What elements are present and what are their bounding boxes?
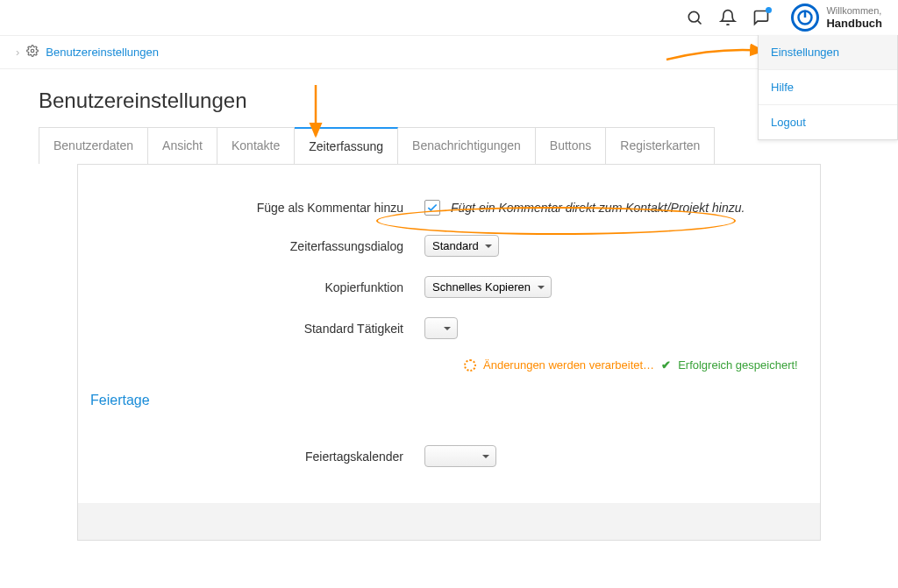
svg-point-0 [689, 11, 700, 22]
label-activity: Standard Tätigkeit [78, 322, 424, 336]
check-icon: ✔ [661, 358, 671, 372]
tab-benachrichtigungen[interactable]: Benachrichtigungen [398, 128, 536, 164]
chat-notification-dot [766, 7, 772, 13]
status-saved: Erfolgreich gespeichert! [678, 358, 798, 372]
avatar [791, 4, 819, 32]
menu-item-help[interactable]: Hilfe [759, 70, 897, 105]
label-holiday-calendar: Feiertagskalender [78, 450, 424, 464]
tab-registerkarten[interactable]: Registerkarten [606, 128, 714, 164]
section-feiertage: Feiertage [78, 387, 820, 422]
label-dialog: Zeiterfassungsdialog [78, 239, 424, 253]
menu-item-logout[interactable]: Logout [759, 105, 897, 139]
gear-icon [26, 45, 39, 60]
select-copy[interactable]: Schnelles Kopieren [424, 276, 552, 298]
label-copy: Kopierfunktion [78, 280, 424, 294]
welcome-label: Willkommen, [826, 5, 882, 17]
status-processing: Änderungen werden verarbeitet… [483, 358, 654, 372]
hint-add-as-comment: Fügt ein Kommentar direkt zum Kontakt/Pr… [451, 201, 745, 215]
tabs: Benutzerdaten Ansicht Kontakte Zeiterfas… [39, 127, 715, 164]
select-activity[interactable] [424, 317, 458, 339]
tab-ansicht[interactable]: Ansicht [148, 128, 217, 164]
select-holiday-calendar[interactable] [424, 445, 496, 467]
user-account-block[interactable]: Willkommen, Handbuch [791, 4, 882, 32]
tab-zeiterfassung[interactable]: Zeiterfassung [295, 127, 398, 164]
bell-icon[interactable] [719, 9, 737, 26]
chat-icon[interactable] [752, 9, 770, 26]
label-add-as-comment: Füge als Kommentar hinzu [78, 201, 424, 215]
welcome-username: Handbuch [826, 17, 882, 30]
tab-kontakte[interactable]: Kontakte [217, 128, 295, 164]
search-icon[interactable] [686, 9, 703, 26]
checkbox-add-as-comment[interactable] [424, 200, 440, 216]
svg-point-4 [32, 49, 35, 53]
settings-panel: Füge als Kommentar hinzu Fügt ein Kommen… [77, 164, 821, 541]
breadcrumb-link[interactable]: Benutzereinstellungen [46, 46, 159, 59]
svg-line-1 [698, 21, 702, 25]
panel-footer [78, 503, 820, 540]
select-dialog[interactable]: Standard [424, 235, 499, 257]
chevron-right-icon: › [16, 46, 19, 59]
tab-benutzerdaten[interactable]: Benutzerdaten [39, 128, 148, 164]
menu-item-settings[interactable]: Einstellungen [759, 35, 897, 70]
user-dropdown-menu: Einstellungen Hilfe Logout [758, 35, 898, 140]
tab-buttons[interactable]: Buttons [536, 128, 606, 164]
spinner-icon [464, 359, 476, 372]
